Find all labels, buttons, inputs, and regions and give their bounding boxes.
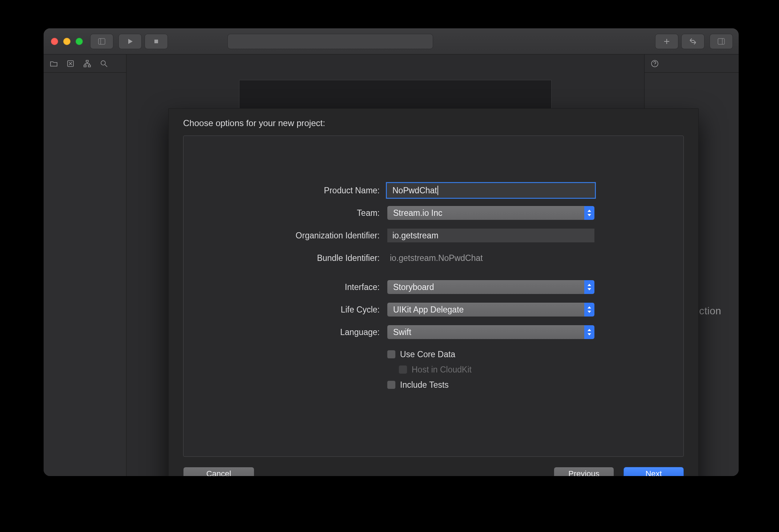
inspectors-toggle-group: [710, 34, 733, 49]
options-form: Product Name: NoPwdChat Team: Stream.io …: [183, 183, 683, 390]
chevron-up-down-icon: [584, 206, 594, 220]
hierarchy-icon[interactable]: [83, 59, 92, 68]
sheet-title: Choose options for your new project:: [169, 109, 698, 136]
code-review-button[interactable]: [681, 34, 705, 49]
use-core-data-row[interactable]: Use Core Data: [387, 349, 595, 360]
chevron-up-down-icon: [584, 325, 594, 339]
sheet-body: Product Name: NoPwdChat Team: Stream.io …: [183, 136, 684, 457]
previous-button[interactable]: Previous: [554, 467, 614, 476]
toggle-right-panel-button[interactable]: [710, 34, 733, 49]
cancel-button[interactable]: Cancel: [183, 467, 254, 476]
checkbox-column: Use Core Data Host in CloudKit Include T…: [387, 347, 595, 390]
organization-identifier-value: io.getstream: [392, 231, 439, 241]
include-tests-label: Include Tests: [400, 380, 449, 390]
team-value: Stream.io Inc: [393, 208, 443, 218]
close-window-button[interactable]: [51, 38, 58, 45]
toggle-left-panel-button[interactable]: [90, 34, 113, 49]
zoom-window-button[interactable]: [76, 38, 83, 45]
language-label: Language:: [183, 327, 380, 337]
host-cloudkit-checkbox: [399, 365, 407, 374]
product-name-label: Product Name:: [183, 186, 380, 196]
life-cycle-label: Life Cycle:: [183, 305, 380, 315]
product-name-field[interactable]: NoPwdChat: [387, 183, 595, 198]
issue-icon[interactable]: [66, 59, 75, 68]
main-area: ction Choose options for your new projec…: [44, 55, 739, 476]
run-button[interactable]: [118, 34, 142, 49]
organization-identifier-label: Organization Identifier:: [183, 231, 380, 241]
scheme-status-bar[interactable]: [227, 34, 433, 49]
plus-icon: [662, 37, 671, 46]
svg-rect-0: [98, 39, 105, 44]
svg-rect-13: [88, 65, 90, 67]
sidebar-right-icon: [717, 37, 726, 46]
chevron-up-down-icon: [584, 280, 594, 294]
run-stop-group: [118, 34, 168, 49]
toolbar: [44, 28, 739, 55]
background-text-fragment: ction: [699, 305, 721, 317]
life-cycle-value: UIKit App Delegate: [393, 305, 464, 315]
new-project-options-sheet: Choose options for your new project: Pro…: [168, 108, 699, 476]
svg-rect-3: [154, 40, 158, 43]
folder-icon[interactable]: [49, 59, 58, 68]
language-select[interactable]: Swift: [387, 325, 595, 339]
navigator-tabs: [44, 55, 126, 73]
interface-value: Storyboard: [393, 282, 434, 292]
library-group: [655, 34, 705, 49]
svg-rect-6: [718, 39, 724, 44]
interface-select[interactable]: Storyboard: [387, 280, 595, 294]
bundle-identifier-value: io.getstream.NoPwdChat: [387, 251, 595, 265]
sheet-button-bar: Cancel Previous Next: [169, 457, 698, 476]
svg-point-17: [654, 65, 655, 66]
stop-button[interactable]: [145, 34, 168, 49]
play-icon: [126, 37, 134, 46]
interface-label: Interface:: [183, 282, 380, 292]
add-button[interactable]: [655, 34, 678, 49]
svg-rect-11: [86, 60, 88, 62]
stop-icon: [152, 37, 161, 46]
inspector-tabs: [645, 55, 739, 73]
host-cloudkit-row: Host in CloudKit: [387, 364, 595, 375]
organization-identifier-field[interactable]: io.getstream: [387, 228, 595, 243]
navigator-toggle-group: [90, 34, 113, 49]
text-cursor: [437, 186, 438, 195]
bundle-identifier-label: Bundle Identifier:: [183, 253, 380, 263]
navigator-panel: [44, 55, 126, 476]
search-icon[interactable]: [100, 59, 108, 68]
use-core-data-label: Use Core Data: [400, 350, 455, 359]
life-cycle-select[interactable]: UIKit App Delegate: [387, 302, 595, 317]
team-select[interactable]: Stream.io Inc: [387, 206, 595, 220]
chevron-up-down-icon: [584, 303, 594, 317]
use-core-data-checkbox[interactable]: [387, 350, 396, 359]
language-value: Swift: [393, 327, 411, 337]
arrows-left-right-icon: [689, 37, 697, 46]
svg-point-14: [101, 61, 105, 65]
xcode-window: ction Choose options for your new projec…: [44, 28, 739, 476]
team-label: Team:: [183, 208, 380, 218]
next-button[interactable]: Next: [623, 467, 684, 476]
include-tests-row[interactable]: Include Tests: [387, 379, 595, 390]
host-cloudkit-label: Host in CloudKit: [412, 365, 472, 375]
svg-line-15: [105, 65, 107, 67]
svg-rect-12: [84, 65, 86, 67]
include-tests-checkbox[interactable]: [387, 380, 396, 389]
product-name-value: NoPwdChat: [392, 186, 437, 196]
sidebar-left-icon: [97, 37, 106, 46]
svg-marker-2: [128, 39, 133, 44]
minimize-window-button[interactable]: [63, 38, 70, 45]
help-icon[interactable]: [650, 59, 659, 68]
window-controls: [49, 38, 85, 45]
